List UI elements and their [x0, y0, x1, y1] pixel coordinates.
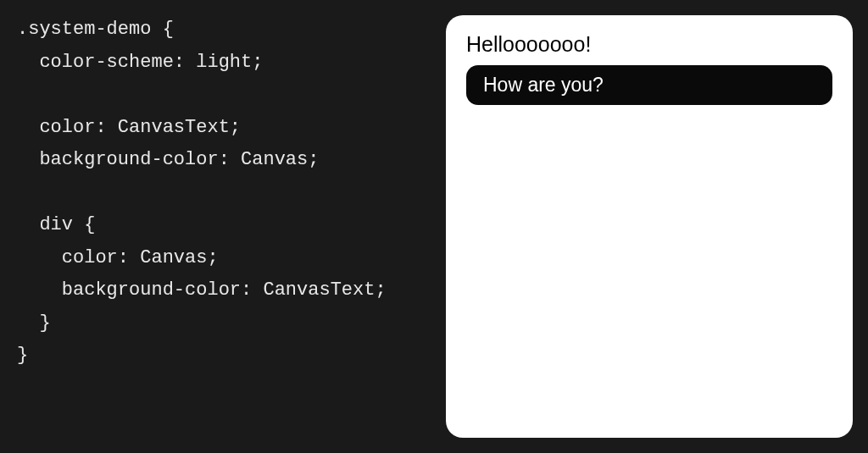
preview-panel: Hellooooooo! How are you?	[446, 15, 853, 438]
code-line: color: CanvasText;	[17, 117, 241, 138]
code-line: color: Canvas;	[17, 247, 219, 268]
code-line: background-color: Canvas;	[17, 149, 319, 170]
code-line: color-scheme: light;	[17, 52, 263, 73]
code-line: }	[17, 312, 51, 334]
code-line: div {	[17, 214, 95, 235]
code-line: background-color: CanvasText;	[17, 279, 387, 301]
code-line: }	[17, 345, 28, 366]
preview-bubble: How are you?	[466, 65, 832, 105]
code-panel: .system-demo { color-scheme: light; colo…	[0, 0, 446, 453]
code-line: .system-demo {	[17, 19, 174, 40]
preview-heading: Hellooooooo!	[466, 32, 832, 57]
